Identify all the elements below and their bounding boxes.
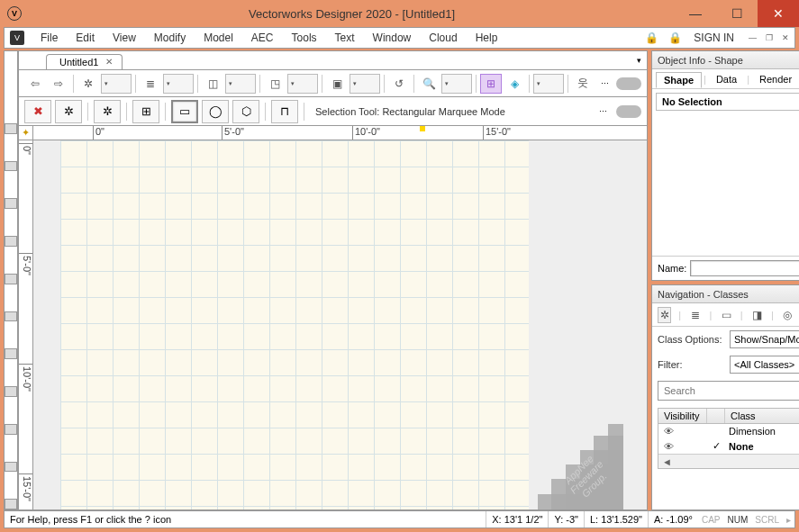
class-combo[interactable]: [101, 74, 132, 94]
table-row[interactable]: 👁 Dimension: [658, 424, 799, 438]
iso-view-icon[interactable]: ◈: [504, 74, 525, 94]
strip-icon[interactable]: [5, 462, 17, 473]
close-button[interactable]: ✕: [758, 0, 799, 27]
status-x: X: 13'1 1/2": [486, 511, 548, 527]
mode-group-icon[interactable]: ⊞: [132, 100, 159, 123]
mode-toggle[interactable]: [616, 105, 641, 118]
panel-header[interactable]: Navigation - Classes ? ✕: [652, 285, 799, 303]
strip-icon[interactable]: [5, 123, 17, 134]
search-input[interactable]: [658, 381, 799, 401]
render-icon[interactable]: ▣: [326, 74, 348, 94]
ruler-origin-icon[interactable]: ✦: [19, 126, 33, 140]
tab-data[interactable]: Data: [708, 71, 745, 87]
mode-polygon-icon[interactable]: ⬡: [232, 100, 259, 123]
layer-combo[interactable]: [163, 74, 194, 94]
mdi-minimize[interactable]: —: [749, 33, 757, 42]
zoom-combo[interactable]: [441, 74, 472, 94]
mode-overflow-icon[interactable]: ⋯: [599, 107, 607, 116]
eye-icon[interactable]: 👁: [664, 426, 674, 437]
nav-viewports-icon[interactable]: ◎: [781, 307, 794, 323]
nav-back-icon[interactable]: ⇦: [24, 74, 46, 94]
status-expand-icon[interactable]: ▸: [783, 515, 794, 525]
mdi-restore[interactable]: ❐: [766, 33, 773, 42]
ruler-tick: 5'-0": [222, 126, 244, 140]
mode-cursor-cross-icon[interactable]: ✖: [24, 100, 51, 123]
tab-render[interactable]: Render: [751, 71, 799, 87]
view-combo[interactable]: [287, 74, 318, 94]
object-info-tabs: Shape | Data | Render |: [652, 69, 799, 89]
menu-view[interactable]: View: [105, 30, 143, 46]
toolbar-toggle[interactable]: [616, 77, 641, 90]
mode-cursor-link-icon[interactable]: ✲: [55, 100, 82, 123]
strip-icon[interactable]: [5, 236, 17, 247]
minimize-button[interactable]: —: [675, 0, 716, 27]
center-area: Untitled1 ✕ ▾ ⇦ ⇨ ✲ ≣ ◫ ◳ ▣ ↺: [18, 50, 648, 510]
menu-window[interactable]: Window: [366, 30, 419, 46]
class-table: Visibility Class 👁 Dimension 👁 ✓ None ◄►: [658, 408, 799, 469]
table-scrollbar[interactable]: ◄►: [658, 454, 799, 468]
toolbar-overflow-icon[interactable]: ⋯: [601, 79, 609, 88]
nav-views-icon[interactable]: ◨: [750, 307, 764, 323]
table-row[interactable]: 👁 ✓ None: [658, 438, 799, 454]
menu-edit[interactable]: Edit: [68, 30, 102, 46]
class-icon[interactable]: ✲: [77, 74, 99, 94]
filter-select[interactable]: <All Classes>▾: [730, 356, 799, 374]
ruler-tick: 15'-0": [19, 473, 32, 501]
nav-classes-icon[interactable]: ✲: [658, 307, 671, 323]
plane-combo[interactable]: [225, 74, 256, 94]
walkthrough-icon[interactable]: 웃: [572, 74, 594, 94]
strip-icon[interactable]: [5, 311, 17, 322]
row-check[interactable]: ✓: [707, 440, 725, 452]
col-check[interactable]: [707, 409, 725, 423]
menu-aec[interactable]: AEC: [244, 30, 281, 46]
close-tab-icon[interactable]: ✕: [105, 57, 113, 67]
menu-help[interactable]: Help: [468, 30, 505, 46]
nav-fwd-icon[interactable]: ⇨: [48, 74, 69, 94]
tab-dropdown-icon[interactable]: ▾: [637, 56, 641, 65]
menu-file[interactable]: File: [33, 30, 65, 46]
menu-text[interactable]: Text: [328, 30, 362, 46]
menu-tools[interactable]: Tools: [285, 30, 324, 46]
menu-modify[interactable]: Modify: [147, 30, 193, 46]
lock-icon[interactable]: 🔒: [645, 32, 658, 44]
menu-cloud[interactable]: Cloud: [422, 30, 464, 46]
strip-icon[interactable]: [5, 348, 17, 359]
strip-icon[interactable]: [5, 499, 17, 509]
col-visibility[interactable]: Visibility: [658, 409, 707, 423]
plane-icon[interactable]: ◫: [202, 74, 223, 94]
strip-icon[interactable]: [5, 161, 17, 172]
tool-mode-label: Selection Tool: Rectangular Marquee Mode: [315, 106, 505, 117]
tab-shape[interactable]: Shape: [656, 72, 702, 88]
nav-layers-icon[interactable]: ≣: [688, 307, 702, 323]
panel-header[interactable]: Object Info - Shape ? ✕: [652, 51, 799, 69]
layer-icon[interactable]: ≣: [140, 74, 161, 94]
nav-sheets-icon[interactable]: ▭: [719, 307, 732, 323]
app-menu-icon[interactable]: V: [10, 31, 24, 45]
render-combo[interactable]: [350, 74, 380, 94]
eye-icon[interactable]: 👁: [664, 441, 674, 452]
view-icon[interactable]: ◳: [264, 74, 286, 94]
view-mode-combo[interactable]: [533, 74, 564, 94]
mode-wall-icon[interactable]: ⊓: [271, 100, 298, 123]
mdi-close[interactable]: ✕: [782, 33, 789, 42]
col-class[interactable]: Class: [725, 409, 799, 423]
maximize-button[interactable]: ☐: [716, 0, 758, 27]
strip-icon[interactable]: [5, 386, 17, 397]
mode-marquee-icon[interactable]: ▭: [171, 100, 198, 123]
strip-icon[interactable]: [5, 424, 17, 435]
menu-model[interactable]: Model: [196, 30, 241, 46]
drawing-canvas[interactable]: AppNee Freeware Group.: [33, 140, 647, 509]
mode-link-icon[interactable]: ✲: [94, 100, 121, 123]
ruler-tick: 5'-0": [19, 253, 32, 275]
zoom-icon[interactable]: 🔍: [418, 74, 440, 94]
strip-icon[interactable]: [5, 274, 17, 284]
name-input[interactable]: [690, 260, 799, 276]
left-tool-strip: [4, 50, 18, 510]
sign-in-button[interactable]: SIGN IN: [688, 32, 740, 44]
class-options-select[interactable]: Show/Snap/Modify Others▾: [730, 330, 799, 348]
flyover-icon[interactable]: ↺: [388, 74, 410, 94]
strip-icon[interactable]: [5, 198, 17, 209]
document-tab[interactable]: Untitled1 ✕: [46, 54, 123, 69]
mode-lasso-icon[interactable]: ◯: [202, 100, 229, 123]
plan-view-icon[interactable]: ⊞: [480, 74, 502, 94]
